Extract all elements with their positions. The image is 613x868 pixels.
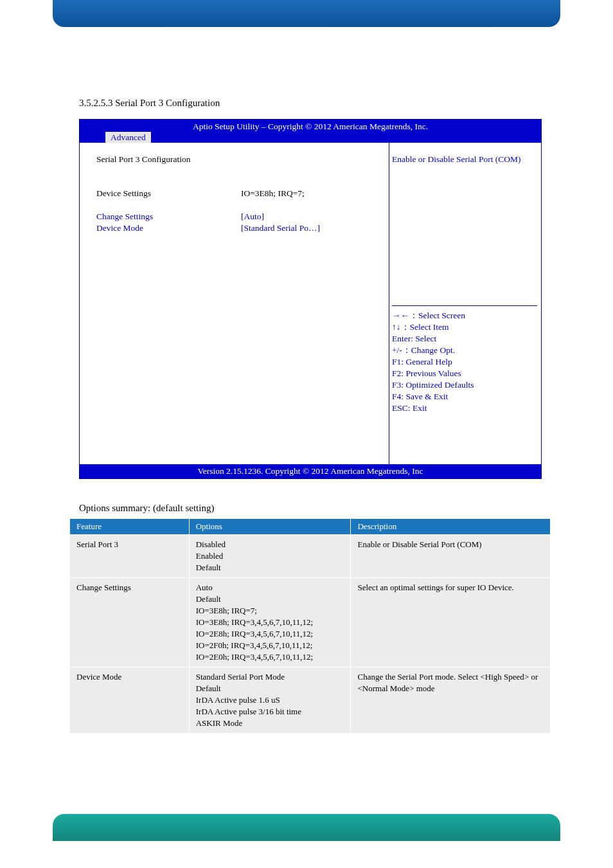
bios-setting-value: [Auto] bbox=[241, 211, 389, 222]
bottom-decorative-bar bbox=[53, 814, 560, 841]
cell-options: AutoDefaultIO=3E8h; IRQ=7;IO=3E8h; IRQ=3… bbox=[189, 578, 351, 667]
top-decorative-bar bbox=[53, 0, 560, 27]
cell-feature: Change Settings bbox=[70, 578, 190, 667]
bios-setting-label: Device Mode bbox=[96, 222, 241, 234]
bios-help-key-line: Enter: Select bbox=[392, 333, 537, 345]
bios-help-key-line: F3: Optimized Defaults bbox=[392, 379, 537, 391]
bios-setting-value: [Enabled] bbox=[241, 176, 389, 188]
bios-tab-advanced[interactable]: Advanced bbox=[105, 132, 151, 143]
bios-help-key-line: F1: General Help bbox=[392, 356, 537, 368]
bios-header-title: Aptio Setup Utility – Copyright © 2012 A… bbox=[80, 121, 541, 132]
bios-setting-row[interactable]: Serial Port[Enabled] bbox=[96, 176, 389, 188]
bios-body: Serial Port 3 Configuration Serial Port[… bbox=[80, 143, 541, 464]
options-summary-title: Options summary: (default setting) bbox=[79, 503, 214, 514]
bios-help-key-line: →←：Select Screen bbox=[392, 310, 537, 321]
table-row: Device ModeStandard Serial Port ModeDefa… bbox=[70, 667, 551, 734]
bios-help-key-line: F2: Previous Values bbox=[392, 368, 537, 379]
th-options: Options bbox=[189, 519, 351, 535]
bios-right-panel: Enable or Disable Serial Port (COM) →←：S… bbox=[389, 143, 541, 464]
bios-screenshot: Aptio Setup Utility – Copyright © 2012 A… bbox=[79, 119, 542, 479]
bios-help-key-line: F4: Save & Exit bbox=[392, 391, 537, 402]
section-title: 3.5.2.5.3 Serial Port 3 Configuration bbox=[79, 98, 220, 109]
bios-setting-label: Serial Port bbox=[96, 176, 241, 188]
options-summary-table: Feature Options Description Serial Port … bbox=[69, 518, 551, 734]
th-description: Description bbox=[351, 519, 551, 535]
table-row: Serial Port 3DisabledEnabledDefaultEnabl… bbox=[70, 535, 551, 578]
cell-description: Select an optimal settings for super IO … bbox=[351, 578, 551, 667]
bios-setting-row[interactable]: Device Mode[Standard Serial Po…] bbox=[96, 222, 389, 234]
bios-footer: Version 2.15.1236. Copyright © 2012 Amer… bbox=[80, 464, 541, 478]
bios-help-description: Enable or Disable Serial Port (COM) bbox=[392, 154, 537, 165]
cell-options: Standard Serial Port ModeDefaultIrDA Act… bbox=[189, 667, 351, 734]
cell-options: DisabledEnabledDefault bbox=[189, 535, 351, 578]
bios-setting-value: IO=3E8h; IRQ=7; bbox=[241, 188, 389, 199]
cell-description: Change the Serial Port mode. Select <Hig… bbox=[351, 667, 551, 734]
bios-panel-title: Serial Port 3 Configuration bbox=[96, 154, 389, 165]
bios-header: Aptio Setup Utility – Copyright © 2012 A… bbox=[80, 120, 541, 143]
bios-help-key-line: ↑↓：Select Item bbox=[392, 321, 537, 333]
bios-setting-value: [Standard Serial Po…] bbox=[241, 222, 389, 234]
bios-help-key-line: +/-：Change Opt. bbox=[392, 345, 537, 356]
table-row: Change SettingsAutoDefaultIO=3E8h; IRQ=7… bbox=[70, 578, 551, 667]
bios-setting-row[interactable]: Device SettingsIO=3E8h; IRQ=7; bbox=[96, 188, 389, 199]
bios-help-key-line: ESC: Exit bbox=[392, 402, 537, 414]
bios-key-help: →←：Select Screen↑↓：Select ItemEnter: Sel… bbox=[392, 305, 537, 464]
bios-setting-label: Change Settings bbox=[96, 211, 241, 222]
bios-setting-row[interactable]: Change Settings[Auto] bbox=[96, 211, 389, 222]
bios-left-panel: Serial Port 3 Configuration Serial Port[… bbox=[80, 143, 389, 464]
bios-setting-label: Device Settings bbox=[96, 188, 241, 199]
cell-description: Enable or Disable Serial Port (COM) bbox=[351, 535, 551, 578]
table-header-row: Feature Options Description bbox=[70, 519, 551, 535]
cell-feature: Device Mode bbox=[70, 667, 190, 734]
cell-feature: Serial Port 3 bbox=[70, 535, 190, 578]
th-feature: Feature bbox=[70, 519, 190, 535]
